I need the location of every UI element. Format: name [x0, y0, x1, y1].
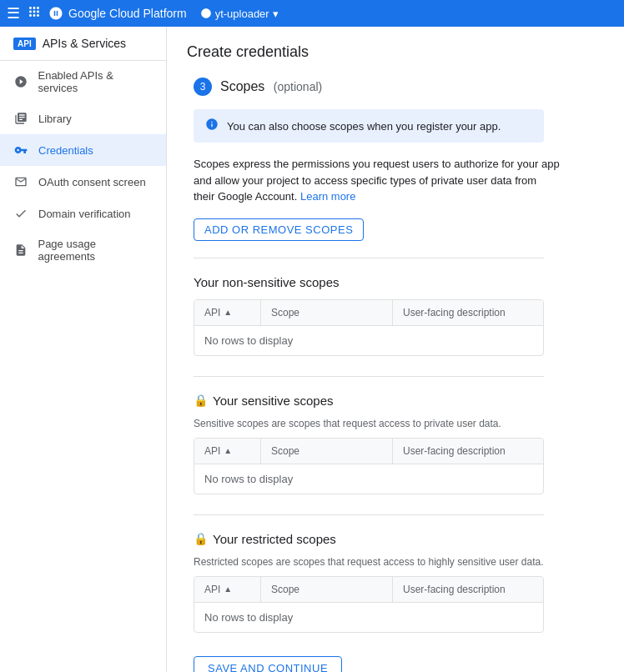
col-scope: Scope	[261, 300, 393, 325]
topbar: ☰ Google Cloud Platform yt-uploader ▾	[0, 0, 624, 27]
col-user-facing: User-facing description	[393, 300, 543, 325]
sidebar-item-label: Credentials	[38, 144, 93, 157]
non-sensitive-title: Your non-sensitive scopes	[194, 275, 604, 289]
step-header: 3 Scopes (optional)	[194, 78, 604, 96]
sidebar-header: API APIs & Services	[0, 27, 166, 61]
restricted-title: 🔒 Your restricted scopes	[194, 532, 604, 546]
sidebar-item-oauth-consent[interactable]: OAuth consent screen	[0, 166, 166, 198]
non-sensitive-empty: No rows to display	[194, 326, 543, 355]
sidebar-header-label: APIs & Services	[43, 37, 126, 50]
sort-icon: ▲	[224, 584, 232, 594]
col-user-facing: User-facing description	[393, 577, 543, 602]
sidebar-item-label: Library	[38, 113, 72, 125]
hamburger-icon[interactable]: ☰	[7, 4, 20, 23]
sidebar-item-enabled-apis[interactable]: Enabled APIs & services	[0, 61, 166, 103]
sidebar-item-domain-verification[interactable]: Domain verification	[0, 198, 166, 229]
sensitive-title: 🔒 Your sensitive scopes	[194, 394, 604, 408]
col-scope: Scope	[261, 577, 393, 602]
save-continue-button[interactable]: SAVE AND CONTINUE	[194, 656, 342, 673]
restricted-scopes-section: 🔒 Your restricted scopes Restricted scop…	[194, 532, 604, 633]
sidebar-item-credentials[interactable]: Credentials	[0, 134, 166, 166]
sidebar-item-label: Page usage agreements	[38, 238, 153, 263]
main-content: Create credentials 3 Scopes (optional) Y…	[167, 27, 624, 672]
col-api: API ▲	[194, 300, 261, 325]
sidebar: API APIs & Services Enabled APIs & servi…	[0, 27, 167, 672]
restricted-table-header: API ▲ Scope User-facing description	[194, 577, 543, 603]
non-sensitive-table: API ▲ Scope User-facing description No r…	[194, 299, 544, 356]
sort-icon: ▲	[224, 308, 232, 317]
step-badge: 3	[194, 78, 212, 96]
page-title: Create credentials	[187, 43, 604, 61]
non-sensitive-table-header: API ▲ Scope User-facing description	[194, 300, 543, 326]
restricted-empty: No rows to display	[194, 603, 543, 632]
info-icon	[205, 118, 219, 134]
sidebar-item-page-usage[interactable]: Page usage agreements	[0, 229, 166, 271]
sensitive-table: API ▲ Scope User-facing description No r…	[194, 438, 544, 494]
scopes-description: Scopes express the permissions you reque…	[194, 156, 561, 205]
restricted-table: API ▲ Scope User-facing description No r…	[194, 576, 544, 633]
app-logo: Google Cloud Platform	[48, 6, 187, 21]
lock-icon: 🔒	[194, 532, 208, 545]
lock-icon: 🔒	[194, 394, 208, 407]
enabled-apis-icon	[13, 74, 28, 89]
credentials-icon	[13, 143, 28, 158]
oauth-consent-icon	[13, 174, 28, 189]
sidebar-item-library[interactable]: Library	[0, 103, 166, 134]
sidebar-item-label: OAuth consent screen	[38, 176, 146, 188]
dropdown-icon: ▾	[273, 8, 279, 20]
project-selector[interactable]: yt-uploader ▾	[200, 8, 279, 20]
step-title: Scopes (optional)	[220, 79, 322, 94]
step-section: 3 Scopes (optional) You can also choose …	[194, 78, 604, 672]
restricted-desc: Restricted scopes are scopes that reques…	[194, 556, 604, 568]
sensitive-empty: No rows to display	[194, 464, 543, 494]
sensitive-table-header: API ▲ Scope User-facing description	[194, 439, 543, 464]
sidebar-item-label: Enabled APIs & services	[38, 69, 153, 94]
library-icon	[13, 111, 28, 126]
page-usage-icon	[13, 243, 28, 258]
sensitive-scopes-section: 🔒 Your sensitive scopes Sensitive scopes…	[194, 394, 604, 494]
learn-more-link[interactable]: Learn more	[300, 190, 355, 203]
info-text: You can also choose scopes when you regi…	[227, 120, 501, 133]
col-api: API ▲	[194, 439, 261, 464]
sidebar-item-label: Domain verification	[38, 208, 131, 220]
col-user-facing: User-facing description	[393, 439, 543, 464]
sort-icon: ▲	[224, 446, 232, 455]
col-scope: Scope	[261, 439, 393, 464]
grid-icon[interactable]	[27, 4, 42, 23]
domain-verification-icon	[13, 206, 28, 221]
sensitive-desc: Sensitive scopes are scopes that request…	[194, 418, 604, 429]
info-box: You can also choose scopes when you regi…	[194, 109, 544, 143]
non-sensitive-scopes-section: Your non-sensitive scopes API ▲ Scope Us…	[194, 275, 604, 356]
add-scopes-button[interactable]: ADD OR REMOVE SCOPES	[194, 218, 364, 241]
col-api: API ▲	[194, 577, 261, 602]
step-optional: (optional)	[274, 80, 322, 93]
api-badge: API	[13, 38, 36, 50]
